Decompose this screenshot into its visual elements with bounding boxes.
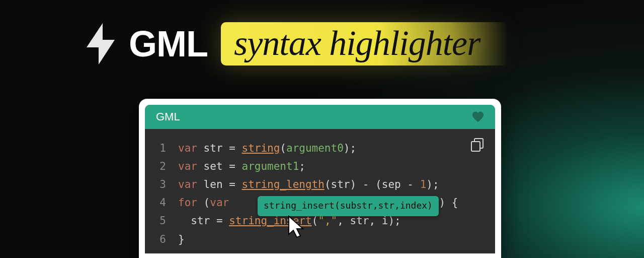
code-text: var str = string(argument0); [178,139,356,157]
bolt-icon [86,23,116,64]
code-line: 1 var str = string(argument0); [156,139,484,157]
title-highlight: syntax highlighter [221,22,508,66]
heart-icon[interactable] [472,111,484,122]
panel-title: GML [156,110,180,123]
line-number: 5 [156,212,178,230]
copy-icon[interactable] [471,138,484,152]
code-line: 3 var len = string_length(str) - (sep - … [156,175,484,194]
svg-marker-0 [87,23,115,64]
code-panel: GML 1 var str = string(argument0); [145,105,495,253]
code-text: var len = string_length(str) - (sep - 1)… [178,175,439,194]
signature-tooltip: string_insert(substr,str,index) [258,196,439,216]
line-number: 3 [156,175,178,194]
svg-rect-2 [471,142,480,151]
line-number: 6 [156,230,178,248]
code-text: } [178,230,185,248]
code-area[interactable]: 1 var str = string(argument0); 2 var set… [145,129,495,253]
code-line: 6 } [156,230,484,248]
page-title-row: GML syntax highlighter [86,22,508,66]
title-highlight-text: syntax highlighter [234,24,480,62]
line-number: 4 [156,194,178,212]
brand-text: GML [129,23,208,64]
code-line: 2 var set = argument1; [156,157,484,175]
panel-header: GML [145,105,495,129]
code-text: var set = argument1; [178,157,305,175]
code-frame: GML 1 var str = string(argument0); [139,99,501,258]
line-number: 2 [156,157,178,175]
line-number: 1 [156,139,178,157]
